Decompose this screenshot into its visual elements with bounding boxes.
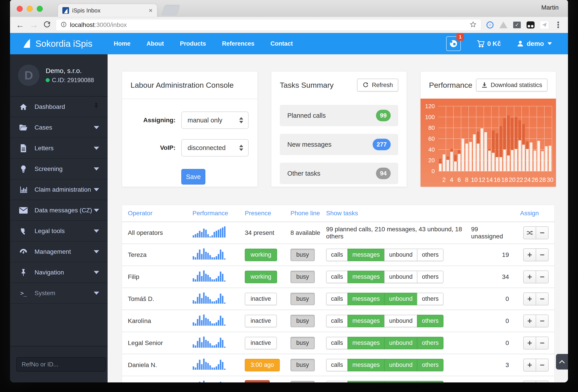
assign-plus-button[interactable]: + — [523, 359, 536, 372]
phone-line-button[interactable]: busy — [290, 315, 315, 327]
task-filter-others-button[interactable]: others — [417, 315, 443, 327]
bookmark-star-icon[interactable] — [470, 21, 477, 29]
assign-minus-button[interactable]: − — [536, 248, 549, 261]
task-filter-unbound-button[interactable]: unbound — [384, 293, 417, 305]
zoom-window-button[interactable] — [37, 6, 43, 12]
column-header-presence[interactable]: Presence — [245, 210, 290, 217]
task-filter-calls-button[interactable]: calls — [326, 249, 348, 261]
address-bar[interactable]: localhost:3000/inbox — [56, 19, 481, 31]
assign-plus-button[interactable]: + — [523, 293, 536, 305]
assign-minus-button[interactable]: − — [536, 359, 549, 372]
browser-menu-icon[interactable]: ⋮ — [554, 20, 562, 30]
task-summary-new-messages[interactable]: New messages277 — [280, 134, 398, 155]
sidebar-item-letters[interactable]: Letters — [10, 138, 108, 159]
assign-plus-button[interactable]: + — [523, 270, 536, 283]
task-filter-messages-button[interactable]: messages — [347, 381, 385, 383]
column-header-assign[interactable]: Assign — [520, 210, 549, 217]
task-filter-calls-button[interactable]: calls — [326, 381, 348, 383]
extension-drive-icon[interactable] — [499, 22, 507, 28]
voip-select[interactable]: disconnected — [181, 139, 248, 157]
task-filter-others-button[interactable]: others — [417, 359, 443, 371]
shuffle-assign-button[interactable] — [523, 226, 536, 239]
sidebar-item-screening[interactable]: Screening — [10, 159, 108, 179]
minimize-window-button[interactable] — [27, 6, 33, 12]
phone-line-button[interactable]: busy — [290, 337, 315, 349]
save-button[interactable]: Save — [181, 169, 205, 184]
presence-button[interactable]: working — [245, 271, 277, 283]
tab-close-icon[interactable]: × — [148, 7, 152, 14]
task-filter-unbound-button[interactable]: unbound — [384, 359, 417, 371]
column-header-phone-line[interactable]: Phone line — [290, 210, 326, 217]
task-filter-others-button[interactable]: others — [417, 271, 443, 283]
sidebar-item-cases[interactable]: Cases — [10, 117, 108, 138]
assign-plus-button[interactable]: + — [523, 337, 536, 349]
assign-plus-button[interactable]: + — [523, 381, 536, 383]
task-filter-messages-button[interactable]: messages — [347, 293, 385, 305]
nav-item-references[interactable]: References — [222, 40, 255, 47]
extension-camera-icon[interactable] — [527, 21, 534, 29]
nav-item-home[interactable]: Home — [114, 40, 131, 47]
task-filter-others-button[interactable]: others — [417, 337, 443, 349]
task-filter-unbound-button[interactable]: unbound — [384, 337, 417, 349]
column-header-show-tasks[interactable]: Show tasks — [326, 210, 471, 217]
sidebar-item-system[interactable]: >_System — [10, 283, 108, 304]
site-info-icon[interactable] — [61, 21, 67, 29]
refno-search-input[interactable] — [16, 357, 106, 372]
brand-logo[interactable]: Sokordia iSpis — [10, 39, 93, 49]
nav-item-contact[interactable]: Contact — [270, 40, 293, 47]
sidebar-item-dashboard[interactable]: Dashboard — [10, 97, 108, 117]
new-tab-button[interactable] — [162, 5, 180, 15]
browser-profile-name[interactable]: Martin — [541, 4, 559, 11]
phone-line-button[interactable]: busy — [290, 249, 315, 261]
task-summary-planned-calls[interactable]: Planned calls99 — [280, 105, 398, 126]
cart-button[interactable]: 0 Kč — [477, 40, 501, 48]
presence-button[interactable] — [245, 380, 270, 382]
task-filter-calls-button[interactable]: calls — [326, 337, 348, 349]
presence-button[interactable]: working — [245, 249, 277, 261]
close-window-button[interactable] — [17, 6, 23, 12]
browser-tab[interactable]: iSpis Inbox × — [58, 4, 157, 17]
language-globe-button[interactable]: 1 — [446, 36, 461, 51]
assigning-select[interactable]: manual only — [181, 112, 248, 129]
assign-minus-button[interactable]: − — [536, 314, 549, 327]
task-filter-messages-button[interactable]: messages — [347, 249, 385, 261]
assign-plus-button[interactable]: + — [523, 314, 536, 327]
user-menu[interactable]: demo — [517, 40, 552, 47]
task-filter-messages-button[interactable]: messages — [347, 271, 385, 283]
assign-plus-button[interactable]: + — [523, 248, 536, 261]
task-filter-messages-button[interactable]: messages — [347, 315, 385, 327]
scroll-to-top-button[interactable] — [556, 354, 568, 370]
task-filter-others-button[interactable]: others — [417, 293, 443, 305]
sidebar-item-data-messages-cz[interactable]: Data messages (CZ) — [10, 200, 108, 221]
presence-button[interactable]: inactive — [245, 337, 277, 349]
nav-item-products[interactable]: Products — [180, 40, 206, 47]
phone-line-button[interactable]: busy — [290, 271, 315, 283]
presence-button[interactable]: inactive — [245, 315, 277, 327]
task-filter-calls-button[interactable]: calls — [326, 359, 348, 371]
phone-line-button[interactable]: busy — [290, 293, 315, 305]
task-filter-unbound-button[interactable]: unbound — [384, 315, 417, 327]
assign-minus-button[interactable]: − — [536, 337, 549, 349]
extension-wave-icon[interactable]: ~ — [486, 21, 494, 29]
task-filter-messages-button[interactable]: messages — [347, 359, 385, 371]
extension-inbox-icon[interactable]: ✓ — [513, 22, 521, 28]
task-filter-messages-button[interactable]: messages — [347, 337, 385, 349]
task-filter-unbound-button[interactable]: unbound — [384, 271, 417, 283]
task-filter-unbound-button[interactable]: unbound — [384, 381, 417, 383]
sidebar-item-management[interactable]: Management — [10, 242, 108, 262]
refresh-button[interactable]: Refresh — [357, 79, 398, 91]
phone-line-button[interactable]: busy — [290, 381, 315, 383]
task-filter-calls-button[interactable]: calls — [326, 271, 348, 283]
task-filter-calls-button[interactable]: calls — [326, 315, 348, 327]
assign-minus-button[interactable]: − — [536, 381, 549, 383]
task-filter-others-button[interactable]: others — [417, 249, 443, 261]
presence-button[interactable]: inactive — [245, 293, 277, 305]
back-icon[interactable]: ← — [16, 21, 24, 29]
assign-minus-button[interactable]: − — [536, 270, 549, 283]
sidebar-item-legal-tools[interactable]: Legal tools — [10, 221, 108, 242]
sidebar-item-navigation[interactable]: Navigation — [10, 262, 108, 283]
sidebar-item-claim-administration[interactable]: Claim administration — [10, 179, 108, 200]
unassign-all-button[interactable]: − — [536, 226, 549, 239]
task-filter-unbound-button[interactable]: unbound — [384, 249, 417, 261]
task-filter-calls-button[interactable]: calls — [326, 293, 348, 305]
